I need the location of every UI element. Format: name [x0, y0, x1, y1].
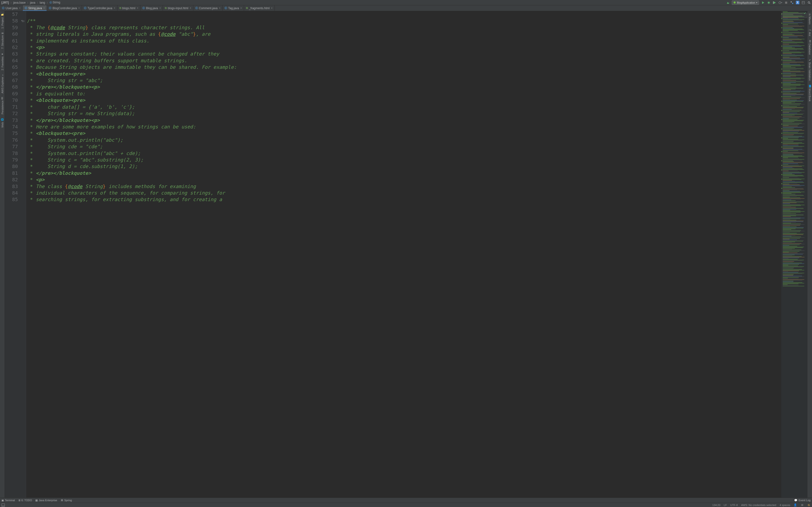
breadcrumb-item[interactable]: ⒸString [49, 1, 61, 4]
tool-window-tab[interactable]: 2: Favorites★ [0, 51, 4, 72]
breadcrumb-item[interactable]: lang [39, 1, 46, 4]
code-area[interactable]: /** * The {@code String} class represent… [26, 11, 781, 498]
tool-window-label: Database [808, 44, 811, 55]
spring-leaf-icon: ⬢ [733, 1, 736, 4]
run-config-label: BlogApplication [737, 1, 755, 4]
breadcrumbs[interactable]: [JRT]⟩java.base⟩java⟩lang⟩ⒸString [1, 1, 61, 4]
tool-window-icon: 🗄 [808, 40, 811, 43]
line-separator[interactable]: LF [724, 504, 727, 507]
goland-icon[interactable]: G [807, 503, 811, 507]
tool-window-tab[interactable]: AWS Explorer⟐ [0, 73, 4, 95]
editor-tab[interactable]: ⒸBlog.java× [140, 5, 163, 11]
tool-window-tab[interactable]: 🗄Database [808, 39, 812, 56]
editor-tab[interactable]: ⒸTypeController.java× [82, 5, 117, 11]
close-tab-icon[interactable]: × [271, 7, 272, 9]
caret-position[interactable]: 134:20 [712, 504, 720, 507]
tool-window-label: Maven [808, 16, 811, 24]
tab-label: _fragments.html [249, 6, 270, 10]
translate-icon[interactable]: 文 [796, 1, 800, 4]
editor-tab[interactable]: ⒸString.java× [23, 5, 47, 11]
coverage-icon[interactable] [773, 1, 776, 5]
tab-label: BlogController.java [52, 6, 77, 10]
minimap-viewport[interactable] [781, 13, 807, 18]
tool-windows-icon[interactable] [1, 503, 5, 507]
tool-window-tab[interactable]: 7: Structure≣ [0, 31, 4, 50]
run-configuration-selector[interactable]: ⬢ BlogApplication ▾ [732, 0, 759, 5]
inspections-icon[interactable]: 👤 [794, 503, 797, 507]
editor-tab[interactable]: ⒸTag.java× [222, 5, 244, 11]
editor-tab[interactable]: ⧉blogs.html× [117, 5, 141, 11]
tool-icon: ⌘ [61, 499, 63, 502]
search-everywhere-icon[interactable] [807, 1, 811, 5]
run-icon[interactable] [761, 1, 765, 5]
bottom-tool-button[interactable]: ⌘Spring [61, 499, 72, 502]
breadcrumb-separator-icon: ⟩ [36, 1, 39, 4]
event-log-button[interactable]: 💬Event Log [794, 499, 811, 502]
file-encoding[interactable]: UTF-8 [730, 504, 738, 507]
html-file-icon: ⧉ [165, 6, 167, 10]
tool-window-tab[interactable]: 🐜Ant [808, 27, 812, 38]
profiler-icon[interactable]: ▾ [778, 1, 782, 5]
build-icon[interactable] [726, 1, 730, 5]
close-tab-icon[interactable]: × [219, 7, 220, 9]
bottom-tool-button[interactable]: ≣6: TODO [18, 499, 32, 502]
paragraph-icon: ¶ [21, 19, 23, 23]
editor-tab[interactable]: ⧉blogs-input.html× [163, 5, 193, 11]
stop-icon[interactable] [784, 1, 788, 5]
editor-tab[interactable]: ⒸComment.java× [193, 5, 222, 11]
tool-window-tab[interactable]: ✔Bean Validation [808, 57, 812, 82]
tool-window-tab[interactable]: Persistence🗄 [0, 96, 4, 116]
tab-label: blogs.html [122, 6, 136, 10]
tool-window-label: 2: Favorites [1, 56, 4, 70]
svg-rect-5 [792, 3, 793, 4]
tool-window-tab[interactable]: 📘Word Book [808, 83, 812, 103]
svg-line-9 [810, 3, 811, 4]
close-tab-icon[interactable]: × [114, 7, 115, 9]
minimap[interactable]: ✔ [781, 11, 807, 498]
tab-label: Comment.java [199, 6, 217, 10]
tool-window-tab[interactable]: mMaven [808, 12, 812, 26]
memory-icon[interactable]: ⊞ [800, 503, 804, 507]
tool-window-tab[interactable]: 1: Project📁 [0, 12, 4, 30]
event-log-icon: 💬 [794, 499, 798, 502]
breadcrumb-separator-icon: ⟩ [46, 1, 49, 4]
layout-icon[interactable] [801, 1, 805, 5]
breadcrumb-item[interactable]: java.base [13, 1, 26, 4]
tool-icon: ▣ [1, 499, 4, 502]
editor-tab[interactable]: ⒸUser.java× [0, 5, 23, 11]
close-tab-icon[interactable]: × [190, 7, 191, 9]
bottom-tool-buttons: ▣Terminal≣6: TODO▦Java Enterprise⌘Spring… [0, 498, 812, 503]
code-editor[interactable]: 5758596061626364656667686970717273747576… [5, 11, 781, 498]
breadcrumb-item[interactable]: java [30, 1, 36, 4]
breadcrumb-item[interactable]: [JRT] [1, 1, 9, 4]
debug-icon[interactable] [767, 1, 771, 5]
close-tab-icon[interactable]: × [19, 7, 20, 9]
tab-label: TypeController.java [88, 6, 112, 10]
tool-window-icon: ≣ [1, 32, 4, 34]
editor-tab[interactable]: ⒸBlogController.java× [47, 5, 82, 11]
svg-rect-1 [773, 1, 773, 4]
tool-window-label: Web [1, 122, 4, 127]
aws-status[interactable]: AWS: No credentials selected [741, 504, 776, 507]
fold-toggle-icon[interactable]: ⊟ [23, 19, 24, 23]
close-tab-icon[interactable]: × [44, 7, 45, 9]
close-tab-icon[interactable]: × [137, 7, 138, 9]
indent-status[interactable]: 4 spaces [779, 504, 790, 507]
close-tab-icon[interactable]: × [159, 7, 161, 9]
tab-label: Tag.java [228, 6, 239, 10]
close-tab-icon[interactable]: × [241, 7, 242, 9]
svg-point-8 [808, 1, 810, 3]
editor-tab[interactable]: ⧉_fragments.html× [244, 5, 275, 11]
bottom-tool-button[interactable]: ▣Terminal [1, 499, 15, 502]
git-branch-icon[interactable] [790, 1, 794, 5]
close-tab-icon[interactable]: × [78, 7, 80, 9]
svg-point-0 [768, 2, 770, 3]
fold-gutter[interactable]: ¶ ⊟ [20, 11, 26, 498]
tool-window-tab[interactable]: Web🌐 [0, 117, 4, 129]
tool-window-icon: ✔ [808, 59, 811, 61]
tool-window-label: AWS Explorer [1, 77, 4, 94]
tool-window-icon: 🌐 [1, 118, 4, 121]
tab-label: blogs-input.html [168, 6, 188, 10]
bottom-tool-button[interactable]: ▦Java Enterprise [35, 499, 57, 502]
event-log-label: Event Log [799, 499, 811, 502]
